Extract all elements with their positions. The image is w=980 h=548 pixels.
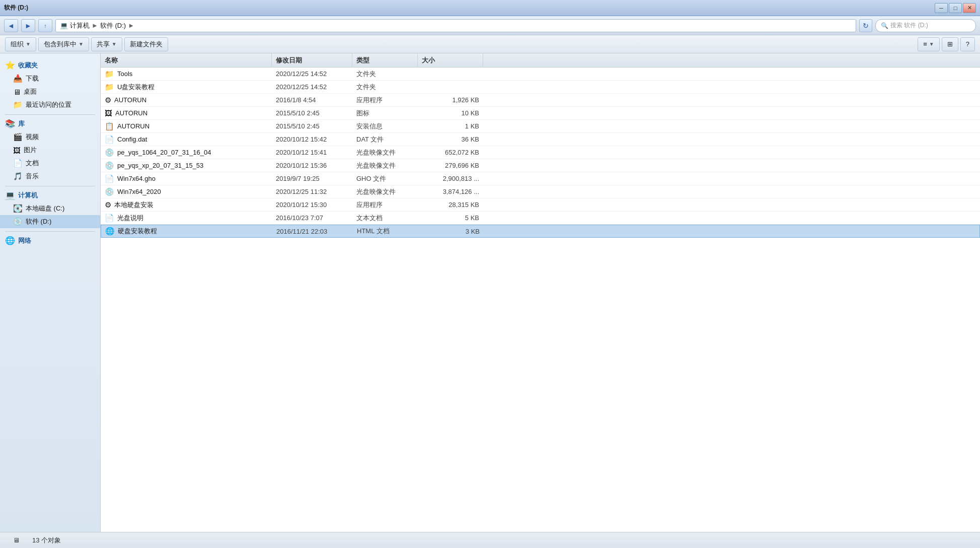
sidebar-section-library-header[interactable]: 📚 库 bbox=[0, 117, 100, 130]
sidebar-item-downloads[interactable]: 📥 下载 bbox=[0, 72, 100, 85]
file-list: 📁Tools2020/12/25 14:52文件夹📁U盘安装教程2020/12/… bbox=[101, 67, 980, 532]
sidebar-item-drive-d[interactable]: 💿 软件 (D:) bbox=[0, 215, 100, 228]
sidebar-section-computer-header[interactable]: 💻 计算机 bbox=[0, 188, 100, 202]
file-name: Tools bbox=[117, 70, 132, 78]
breadcrumb-drive[interactable]: 软件 (D:) bbox=[100, 21, 126, 30]
include-library-arrow: ▼ bbox=[79, 41, 84, 47]
file-name: pe_yqs_xp_20_07_31_15_53 bbox=[117, 162, 203, 169]
sidebar-section-favorites-header[interactable]: ⭐ 收藏夹 bbox=[0, 58, 100, 72]
help-icon: ? bbox=[966, 40, 969, 48]
table-row[interactable]: 📁U盘安装教程2020/12/25 14:52文件夹 bbox=[101, 81, 980, 94]
col-header-date[interactable]: 修改日期 bbox=[272, 53, 352, 67]
table-row[interactable]: 📄Config.dat2020/10/12 15:42DAT 文件36 KB bbox=[101, 133, 980, 146]
drive-d-label: 软件 (D:) bbox=[26, 217, 51, 226]
file-size: 10 KB bbox=[418, 107, 483, 119]
desktop-label: 桌面 bbox=[24, 87, 37, 96]
recent-icon: 📁 bbox=[13, 100, 23, 109]
file-icon: 📄 bbox=[105, 135, 114, 144]
file-icon: 🖼 bbox=[105, 109, 112, 117]
sidebar-item-recent[interactable]: 📁 最近访问的位置 bbox=[0, 98, 100, 111]
table-row[interactable]: 💿Win7x64_20202020/12/25 11:32光盘映像文件3,874… bbox=[101, 185, 980, 198]
file-name: pe_yqs_1064_20_07_31_16_04 bbox=[117, 149, 211, 156]
pictures-icon: 🖼 bbox=[13, 146, 21, 155]
sidebar-section-favorites: ⭐ 收藏夹 📥 下载 🖥 桌面 📁 最近访问的位置 bbox=[0, 58, 100, 111]
organize-arrow: ▼ bbox=[26, 41, 31, 47]
share-button[interactable]: 共享 ▼ bbox=[91, 37, 122, 51]
file-icon: 📄 bbox=[105, 174, 114, 183]
file-icon: 💿 bbox=[105, 148, 114, 157]
toolbar-right: ≡ ▼ ⊞ ? bbox=[918, 37, 975, 51]
table-row[interactable]: 📄Win7x64.gho2019/9/7 19:25GHO 文件2,900,81… bbox=[101, 172, 980, 185]
file-name-cell: ⚙本地硬盘安装 bbox=[101, 198, 272, 211]
title-bar-title: 软件 (D:) bbox=[4, 4, 28, 12]
organize-button[interactable]: 组织 ▼ bbox=[5, 37, 36, 51]
col-header-type[interactable]: 类型 bbox=[352, 53, 418, 67]
file-date: 2016/10/23 7:07 bbox=[272, 212, 352, 224]
new-folder-button[interactable]: 新建文件夹 bbox=[124, 37, 168, 51]
desktop-icon: 🖥 bbox=[13, 88, 21, 96]
forward-button[interactable]: ► bbox=[21, 19, 35, 32]
table-row[interactable]: 🌐硬盘安装教程2016/11/21 22:03HTML 文档3 KB bbox=[101, 225, 980, 238]
file-name: Win7x64_2020 bbox=[117, 188, 161, 195]
file-name-cell: 🖼AUTORUN bbox=[101, 107, 272, 119]
sidebar-item-pictures[interactable]: 🖼 图片 bbox=[0, 144, 100, 157]
close-button[interactable]: ✕ bbox=[963, 3, 976, 13]
sidebar-item-drive-c[interactable]: 💽 本地磁盘 (C:) bbox=[0, 202, 100, 215]
include-library-button[interactable]: 包含到库中 ▼ bbox=[38, 37, 89, 51]
file-date: 2020/10/12 15:41 bbox=[272, 146, 352, 159]
search-icon: 🔍 bbox=[881, 22, 888, 29]
file-icon: 🌐 bbox=[105, 227, 115, 236]
main-layout: ⭐ 收藏夹 📥 下载 🖥 桌面 📁 最近访问的位置 📚 库 bbox=[0, 53, 980, 532]
file-icon: 📁 bbox=[105, 83, 114, 92]
library-label: 库 bbox=[18, 119, 25, 128]
view-button[interactable]: ≡ ▼ bbox=[918, 37, 940, 51]
col-header-name[interactable]: 名称 bbox=[101, 53, 272, 67]
file-size: 1,926 KB bbox=[418, 94, 483, 106]
file-name-cell: 💿pe_yqs_xp_20_07_31_15_53 bbox=[101, 159, 272, 172]
file-name: 本地硬盘安装 bbox=[114, 200, 154, 210]
sidebar-item-documents[interactable]: 📄 文档 bbox=[0, 157, 100, 170]
sidebar-item-desktop[interactable]: 🖥 桌面 bbox=[0, 85, 100, 98]
file-type: 光盘映像文件 bbox=[352, 159, 418, 172]
col-header-size[interactable]: 大小 bbox=[418, 53, 483, 67]
refresh-button[interactable]: ↻ bbox=[859, 19, 872, 32]
table-row[interactable]: 📄光盘说明2016/10/23 7:07文本文档5 KB bbox=[101, 212, 980, 225]
file-type: 文件夹 bbox=[352, 67, 418, 80]
table-row[interactable]: 🖼AUTORUN2015/5/10 2:45图标10 KB bbox=[101, 107, 980, 120]
file-size: 5 KB bbox=[418, 212, 483, 224]
file-name: AUTORUN bbox=[115, 109, 147, 117]
music-icon: 🎵 bbox=[13, 172, 23, 181]
search-box[interactable]: 🔍 搜索 软件 (D:) bbox=[875, 19, 976, 32]
file-name: Config.dat bbox=[117, 135, 147, 143]
music-label: 音乐 bbox=[26, 172, 39, 181]
table-row[interactable]: ⚙AUTORUN2016/1/8 4:54应用程序1,926 KB bbox=[101, 94, 980, 107]
table-row[interactable]: 📁Tools2020/12/25 14:52文件夹 bbox=[101, 67, 980, 81]
sidebar-item-music[interactable]: 🎵 音乐 bbox=[0, 170, 100, 183]
file-name: Win7x64.gho bbox=[117, 175, 156, 182]
computer-label: 计算机 bbox=[18, 191, 38, 200]
sidebar-section-network-header[interactable]: 🌐 网络 bbox=[0, 234, 100, 247]
layout-button[interactable]: ⊞ bbox=[942, 37, 958, 51]
file-date: 2015/5/10 2:45 bbox=[272, 120, 352, 132]
help-button[interactable]: ? bbox=[960, 37, 975, 51]
recent-label: 最近访问的位置 bbox=[26, 100, 71, 109]
maximize-button[interactable]: □ bbox=[949, 3, 962, 13]
table-row[interactable]: 📋AUTORUN2015/5/10 2:45安装信息1 KB bbox=[101, 120, 980, 133]
breadcrumb-computer[interactable]: 计算机 bbox=[70, 21, 90, 30]
search-placeholder: 搜索 软件 (D:) bbox=[890, 21, 928, 30]
back-button[interactable]: ◄ bbox=[4, 19, 18, 32]
up-button[interactable]: ↑ bbox=[38, 19, 52, 32]
table-row[interactable]: 💿pe_yqs_xp_20_07_31_15_532020/10/12 15:3… bbox=[101, 159, 980, 172]
sidebar-item-video[interactable]: 🎬 视频 bbox=[0, 130, 100, 144]
file-type: 应用程序 bbox=[352, 94, 418, 106]
breadcrumb[interactable]: 💻 计算机 ► 软件 (D:) ► bbox=[55, 19, 856, 32]
computer-icon: 💻 bbox=[5, 190, 15, 200]
table-row[interactable]: ⚙本地硬盘安装2020/10/12 15:30应用程序28,315 KB bbox=[101, 198, 980, 212]
file-date: 2020/10/12 15:36 bbox=[272, 159, 352, 172]
file-size: 2,900,813 ... bbox=[418, 172, 483, 185]
file-type: DAT 文件 bbox=[352, 133, 418, 146]
video-label: 视频 bbox=[26, 132, 39, 142]
file-type: 光盘映像文件 bbox=[352, 146, 418, 159]
minimize-button[interactable]: ─ bbox=[935, 3, 948, 13]
table-row[interactable]: 💿pe_yqs_1064_20_07_31_16_042020/10/12 15… bbox=[101, 146, 980, 159]
